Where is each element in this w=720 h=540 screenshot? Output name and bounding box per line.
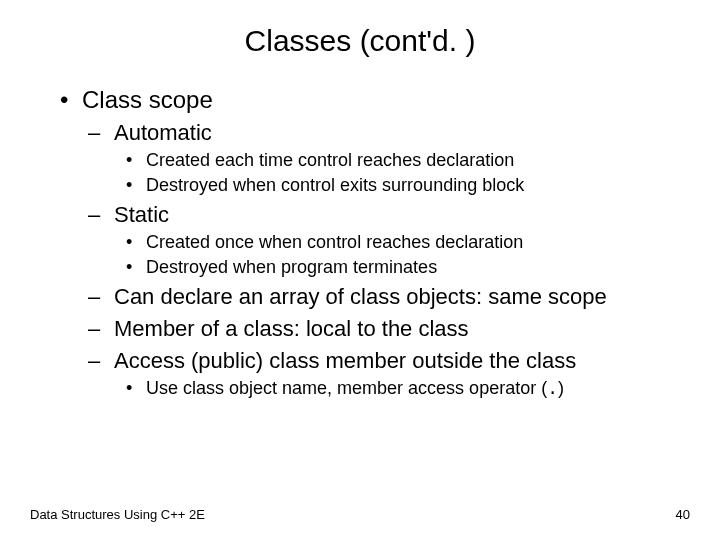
bullet-automatic-destroyed: Destroyed when control exits surrounding… xyxy=(126,175,680,196)
slide-title: Classes (cont'd. ) xyxy=(0,0,720,76)
bullet-member-local: Member of a class: local to the class xyxy=(88,316,680,342)
text-pre: Use class object name, member access ope… xyxy=(146,378,547,398)
bullet-automatic-created: Created each time control reaches declar… xyxy=(126,150,680,171)
bullet-access-public: Access (public) class member outside the… xyxy=(88,348,680,374)
text-post: ) xyxy=(558,378,564,398)
footer-page-number: 40 xyxy=(676,507,690,522)
footer-book-title: Data Structures Using C++ 2E xyxy=(30,507,205,522)
bullet-static-created: Created once when control reaches declar… xyxy=(126,232,680,253)
bullet-array-of-objects: Can declare an array of class objects: s… xyxy=(88,284,680,310)
slide-footer: Data Structures Using C++ 2E 40 xyxy=(30,507,690,522)
bullet-automatic: Automatic xyxy=(88,120,680,146)
bullet-static: Static xyxy=(88,202,680,228)
bullet-use-member-access-operator: Use class object name, member access ope… xyxy=(126,378,680,399)
slide: Classes (cont'd. ) Class scope Automatic… xyxy=(0,0,720,540)
bullet-static-destroyed: Destroyed when program terminates xyxy=(126,257,680,278)
bullet-class-scope: Class scope xyxy=(60,86,680,114)
text-operator-dot: . xyxy=(547,379,558,399)
slide-content: Class scope Automatic Created each time … xyxy=(0,86,720,399)
